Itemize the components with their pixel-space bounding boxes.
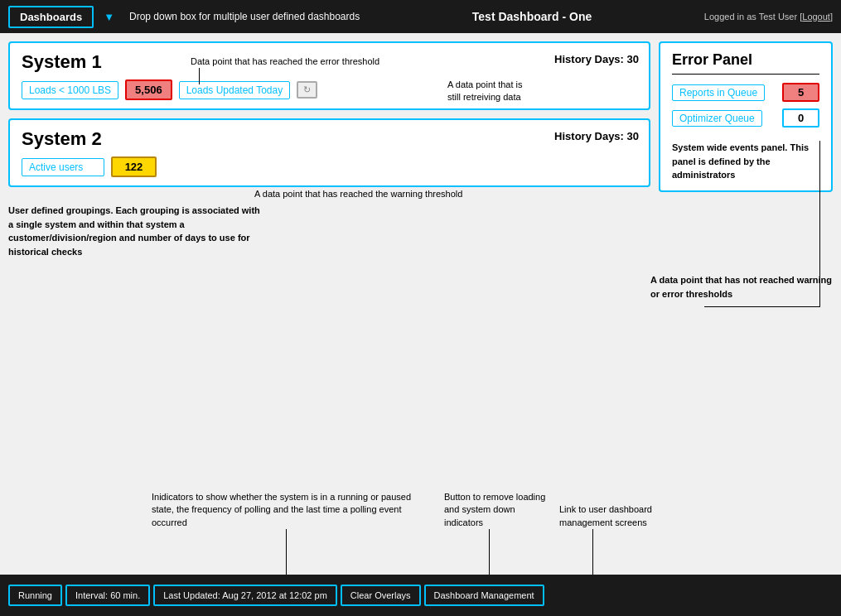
error-panel-title: Error Panel	[672, 51, 819, 75]
clear-overlays-button[interactable]: Clear Overlays	[341, 585, 421, 606]
system2-active-users-label: Active users	[22, 158, 104, 176]
optimizer-queue-value: 0	[782, 108, 819, 128]
reports-in-queue-label: Reports in Queue	[672, 84, 765, 101]
indicators-annotation: Inidicators to show whether the system i…	[152, 491, 433, 529]
system1-loads-value: 5,506	[125, 79, 172, 100]
system2-history: History Days: 30	[554, 130, 639, 142]
last-updated-button[interactable]: Last Updated: Aug 27, 2012 at 12:02 pm	[153, 585, 337, 606]
system2-data-row: Active users 122	[22, 156, 637, 177]
login-info: Logged in as Test User [Logout]	[704, 12, 833, 22]
connector-error-panel	[819, 141, 820, 306]
system1-loads-updated-label: Loads Updated Today	[179, 81, 291, 99]
system-wide-events-annotation: System wide events panel. This panel is …	[672, 141, 819, 182]
dashboard-mgmt-annotation-text: Link to user dashboard management screen…	[559, 504, 652, 527]
system-wide-events-text: System wide events panel. This panel is …	[672, 142, 809, 180]
warning-annotation-text: A data point that has reached the warnin…	[254, 189, 462, 199]
clear-overlays-annotation-text: Button to remove loading and system down…	[444, 492, 545, 527]
system1-history: History Days: 30	[554, 53, 639, 65]
error-panel: Error Panel Reports in Queue 5 Optimizer…	[659, 41, 833, 192]
system1-loads-label: Loads < 1000 LBS	[22, 81, 118, 99]
left-panels: System 1 History Days: 30 Loads < 1000 L…	[8, 41, 650, 566]
system1-panel: System 1 History Days: 30 Loads < 1000 L…	[8, 41, 650, 110]
reports-in-queue-row: Reports in Queue 5	[672, 83, 819, 102]
system2-title: System 2	[22, 128, 637, 150]
indicators-annotation-text: Inidicators to show whether the system i…	[152, 492, 411, 527]
logged-in-text: Logged in as Test User [	[704, 12, 802, 22]
system1-loads-updated-value: ↻	[297, 81, 317, 99]
error-threshold-annotation: Data point that has reached the error th…	[191, 56, 379, 66]
system2-active-users-value: 122	[111, 156, 157, 177]
dashboard-management-button[interactable]: Dashboard Management	[424, 585, 544, 606]
interval-button[interactable]: Interval: 60 min.	[65, 585, 150, 606]
connector-line-1	[199, 68, 200, 84]
optimizer-queue-label: Optimizer Queue	[672, 110, 762, 127]
bottom-bar: Running Interval: 60 min. Last Updated: …	[0, 575, 841, 616]
dashboards-button[interactable]: Dashboards	[8, 6, 94, 28]
optimizer-queue-row: Optimizer Queue 0	[672, 108, 819, 128]
normal-annotation: A data point that has not reached warnin…	[650, 273, 841, 301]
system2-panel: System 2 History Days: 30 Active users 1…	[8, 118, 650, 187]
connector-mgmt	[592, 529, 593, 575]
logout-link[interactable]: Logout	[802, 12, 830, 22]
dashboard-title: Test Dashboard - One	[472, 10, 592, 23]
connector-clear	[489, 529, 490, 575]
normal-annotation-text: A data point that has not reached warnin…	[650, 275, 832, 299]
reports-in-queue-value: 5	[782, 83, 819, 102]
system1-data-row: Loads < 1000 LBS 5,506 Loads Updated Tod…	[22, 79, 637, 100]
left-annotation-text: User defined groupings. Each grouping is…	[8, 205, 260, 257]
logged-in-suffix: ]	[830, 12, 833, 22]
loading-annotation: A data point that isstill retreiving dat…	[447, 79, 523, 104]
connector-indicators	[286, 529, 287, 575]
top-bar: Dashboards ▼ Drop down box for multiple …	[0, 0, 841, 33]
running-button[interactable]: Running	[8, 585, 62, 606]
clear-overlays-annotation: Button to remove loading and system down…	[444, 491, 552, 529]
dropdown-description: Drop down box for multiple user defined …	[129, 11, 360, 22]
dropdown-arrow-icon: ▼	[104, 11, 114, 23]
left-annotation: User defined groupings. Each grouping is…	[8, 204, 265, 258]
dashboard-mgmt-annotation: Link to user dashboard management screen…	[559, 503, 675, 529]
connector-error-panel-h	[704, 306, 820, 307]
loading-annotation-text: A data point that isstill retreiving dat…	[447, 79, 523, 102]
warning-annotation: A data point that has reached the warnin…	[254, 189, 462, 199]
top-bar-left: Dashboards ▼ Drop down box for multiple …	[8, 6, 360, 28]
